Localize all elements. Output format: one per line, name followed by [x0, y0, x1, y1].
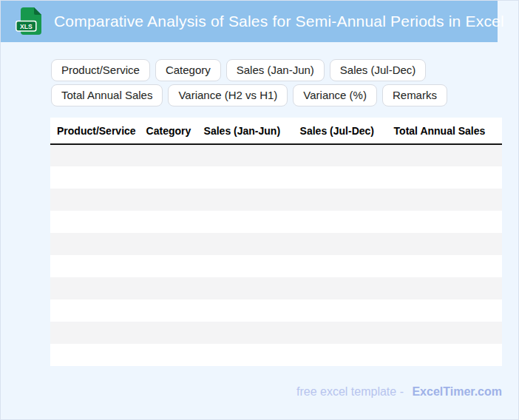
chip-total-annual-sales[interactable]: Total Annual Sales — [51, 84, 163, 106]
chip-sales-jan-jun[interactable]: Sales (Jan-Jun) — [226, 59, 325, 81]
col-header-category: Category — [141, 118, 199, 144]
chip-variance-h2-vs-h1[interactable]: Variance (H2 vs H1) — [168, 84, 288, 106]
col-header-total-annual-sales: Total Annual Sales — [389, 118, 502, 144]
footer: free excel template - ExcelTimer.com — [1, 385, 518, 399]
table-row — [50, 144, 502, 166]
page: XLS Comparative Analysis of Sales for Se… — [0, 0, 519, 420]
table-row — [50, 166, 502, 189]
table-row — [50, 277, 502, 299]
table-row — [50, 299, 502, 322]
sales-table: Product/Service Category Sales (Jan-Jun)… — [50, 118, 502, 366]
chip-category[interactable]: Category — [155, 59, 221, 81]
chip-remarks[interactable]: Remarks — [382, 84, 447, 106]
page-title: Comparative Analysis of Sales for Semi-A… — [54, 13, 504, 30]
sales-table-body — [50, 144, 502, 366]
table-row — [50, 211, 502, 233]
chip-variance-percent[interactable]: Variance (%) — [293, 84, 377, 106]
table-row — [50, 255, 502, 277]
col-header-sales-jul-dec: Sales (Jul-Dec) — [295, 118, 389, 144]
xls-file-icon: XLS — [15, 7, 43, 36]
chip-sales-jul-dec[interactable]: Sales (Jul-Dec) — [330, 59, 427, 81]
sales-table-container: Product/Service Category Sales (Jan-Jun)… — [50, 118, 502, 366]
header-row: Product/Service Category Sales (Jan-Jun)… — [50, 118, 502, 144]
table-row — [50, 189, 502, 211]
table-row — [50, 233, 502, 255]
xls-icon-label: XLS — [20, 23, 33, 30]
chip-product-service[interactable]: Product/Service — [51, 59, 150, 81]
footer-note: free excel template - — [296, 385, 404, 398]
table-row — [50, 344, 502, 366]
footer-brand-link[interactable]: ExcelTimer.com — [412, 385, 502, 398]
table-row — [50, 322, 502, 344]
column-chip-list: Product/Service Category Sales (Jan-Jun)… — [51, 59, 508, 106]
col-header-sales-jan-jun: Sales (Jan-Jun) — [199, 118, 295, 144]
sales-table-header: Product/Service Category Sales (Jan-Jun)… — [50, 118, 502, 144]
col-header-product-service: Product/Service — [50, 118, 141, 144]
header-banner: XLS Comparative Analysis of Sales for Se… — [1, 1, 498, 42]
